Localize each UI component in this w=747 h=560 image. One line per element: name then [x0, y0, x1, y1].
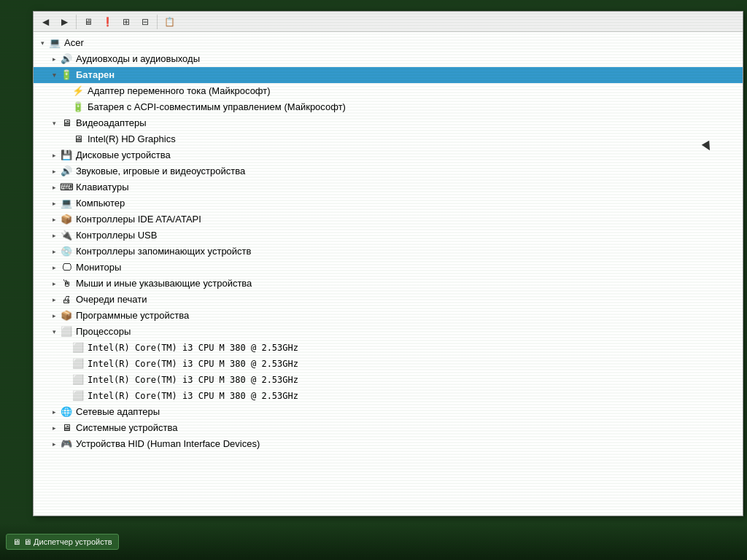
label-print-queues: Очереди печати	[76, 292, 743, 307]
tree-item-processors[interactable]: ⬜Процессоры	[34, 324, 743, 340]
label-battery-acpi: Батарея с ACPI-совместимым управлением (…	[88, 100, 743, 114]
tree-item-hid-devices[interactable]: 🎮Устройства HID (Human Interface Devices…	[34, 436, 743, 452]
tree-item-usb-controllers[interactable]: 🔌Контроллеры USB	[34, 228, 743, 244]
expander-hid-devices[interactable]	[48, 438, 60, 450]
icon-keyboards: ⌨	[60, 181, 73, 194]
icon-processors: ⬜	[60, 325, 73, 338]
tree-item-storage-controllers[interactable]: 💿Контроллеры запоминающих устройств	[34, 244, 743, 260]
tree-item-battery-adapter[interactable]: ⚡Адаптер переменного тока (Майкрософт)	[34, 83, 743, 99]
icon-battery-adapter: ⚡	[71, 85, 85, 98]
icon-monitors: 🖵	[60, 261, 73, 274]
label-monitors: Мониторы	[76, 260, 743, 275]
expander-cpu-1	[60, 358, 71, 370]
tree-item-sound-devices[interactable]: 🔊Звуковые, игровые и видеоустройства	[34, 163, 743, 179]
tree-item-cpu-2[interactable]: ⬜Intel(R) Core(TM) i3 CPU M 380 @ 2.53GH…	[34, 372, 743, 388]
label-keyboards: Клавиатуры	[76, 180, 743, 195]
label-mice: Мыши и иные указывающие устройства	[76, 276, 743, 291]
label-batteries: Батарен	[76, 68, 743, 82]
toolbar: ◀ ▶ 🖥 ❗ ⊞ ⊟ 📋	[34, 12, 743, 32]
icon-network-adapters: 🌐	[60, 405, 73, 419]
expander-audio-io[interactable]	[48, 53, 60, 65]
expander-storage-controllers[interactable]	[48, 246, 60, 257]
tree-item-system-devices[interactable]: 🖥Системные устройства	[34, 420, 743, 436]
expander-video-adapters[interactable]	[48, 117, 60, 129]
collapse-button[interactable]: ⊟	[136, 14, 154, 30]
expander-system-devices[interactable]	[48, 422, 60, 434]
expander-cpu-0	[60, 342, 71, 354]
tree-item-monitors[interactable]: 🖵Мониторы	[34, 260, 743, 276]
icon-audio-io: 🔊	[60, 52, 73, 66]
icon-storage-controllers: 💿	[60, 245, 73, 258]
tree-item-intel-hd[interactable]: 🖥Intel(R) HD Graphics	[34, 131, 743, 147]
icon-hid-devices: 🎮	[60, 438, 73, 451]
tree-item-cpu-1[interactable]: ⬜Intel(R) Core(TM) i3 CPU M 380 @ 2.53GH…	[34, 356, 743, 372]
forward-button[interactable]: ▶	[55, 14, 73, 30]
label-intel-hd: Intel(R) HD Graphics	[88, 132, 743, 147]
expander-monitors[interactable]	[48, 262, 60, 273]
icon-cpu-3: ⬜	[71, 389, 85, 402]
icon-cpu-1: ⬜	[71, 357, 85, 370]
tree-item-batteries[interactable]: 🔋Батарен	[34, 67, 743, 83]
back-button[interactable]: ◀	[36, 14, 54, 30]
expander-cpu-2	[60, 374, 71, 386]
label-network-adapters: Сетевые адаптеры	[76, 405, 743, 419]
label-usb-controllers: Контроллеры USB	[76, 228, 743, 243]
icon-print-queues: 🖨	[60, 293, 73, 306]
icon-cpu-0: ⬜	[71, 341, 85, 354]
expander-sound-devices[interactable]	[48, 166, 60, 177]
device-tree[interactable]: 💻Acer🔊Аудиовходы и аудиовыходы🔋Батарен⚡А…	[34, 32, 743, 516]
expander-print-queues[interactable]	[48, 294, 60, 306]
icon-software-devices: 📦	[60, 309, 73, 322]
expander-battery-adapter	[60, 85, 71, 97]
expander-software-devices[interactable]	[48, 310, 60, 322]
taskbar-window-button[interactable]: 🖥 🖥 Диспетчер устройств	[6, 534, 119, 550]
icon-ide-controllers: 📦	[60, 213, 73, 226]
tree-item-cpu-0[interactable]: ⬜Intel(R) Core(TM) i3 CPU M 380 @ 2.53GH…	[34, 340, 743, 356]
alert-button[interactable]: ❗	[98, 14, 116, 30]
label-software-devices: Программные устройства	[76, 308, 743, 323]
tree-item-video-adapters[interactable]: 🖥Видеоадаптеры	[34, 115, 743, 131]
tree-item-ide-controllers[interactable]: 📦Контроллеры IDE ATA/ATAPI	[34, 211, 743, 228]
expander-usb-controllers[interactable]	[48, 230, 60, 241]
separator-1	[76, 15, 77, 29]
taskbar-icon: 🖥	[12, 537, 20, 546]
label-cpu-1: Intel(R) Core(TM) i3 CPU M 380 @ 2.53GHz	[88, 357, 743, 371]
label-video-adapters: Видеоадаптеры	[76, 116, 743, 131]
tree-item-cpu-3[interactable]: ⬜Intel(R) Core(TM) i3 CPU M 380 @ 2.53GH…	[34, 388, 743, 404]
expander-ide-controllers[interactable]	[48, 214, 60, 225]
properties-button[interactable]: 📋	[160, 14, 178, 30]
expander-keyboards[interactable]	[48, 182, 60, 193]
tree-item-print-queues[interactable]: 🖨Очереди печати	[34, 292, 743, 308]
expander-processors[interactable]	[48, 326, 60, 338]
computer-icon-btn[interactable]: 🖥	[80, 14, 97, 30]
tree-item-keyboards[interactable]: ⌨Клавиатуры	[34, 179, 743, 195]
tree-item-mice[interactable]: 🖱Мыши и иные указывающие устройства	[34, 276, 743, 292]
tree-item-battery-acpi[interactable]: 🔋Батарея с ACPI-совместимым управлением …	[34, 99, 743, 115]
expander-network-adapters[interactable]	[48, 406, 60, 418]
label-system-devices: Системные устройства	[76, 421, 743, 435]
label-disk-devices: Дисковые устройства	[76, 148, 743, 163]
expander-battery-acpi	[60, 101, 71, 113]
label-audio-io: Аудиовходы и аудиовыходы	[76, 52, 743, 66]
tree-item-software-devices[interactable]: 📦Программные устройства	[34, 308, 743, 324]
expander-cpu-3	[60, 390, 71, 402]
tree-item-network-adapters[interactable]: 🌐Сетевые адаптеры	[34, 404, 743, 420]
expander-mice[interactable]	[48, 278, 60, 289]
expander-disk-devices[interactable]	[48, 149, 60, 161]
tree-item-acer[interactable]: 💻Acer	[34, 35, 743, 51]
expander-computer[interactable]	[48, 198, 60, 209]
expander-batteries[interactable]	[48, 69, 60, 81]
icon-usb-controllers: 🔌	[60, 229, 73, 242]
icon-batteries: 🔋	[60, 69, 73, 82]
icon-intel-hd: 🖥	[71, 133, 85, 146]
label-storage-controllers: Контроллеры запоминающих устройств	[76, 244, 743, 259]
label-hid-devices: Устройства HID (Human Interface Devices)	[76, 437, 743, 451]
tree-item-disk-devices[interactable]: 💾Дисковые устройства	[34, 147, 743, 163]
icon-computer: 💻	[60, 197, 73, 210]
icon-sound-devices: 🔊	[60, 165, 73, 178]
expander-acer[interactable]	[36, 37, 48, 49]
expand-button[interactable]: ⊞	[117, 14, 135, 30]
tree-item-audio-io[interactable]: 🔊Аудиовходы и аудиовыходы	[34, 51, 743, 67]
tree-item-computer[interactable]: 💻Компьютер	[34, 195, 743, 211]
icon-acer: 💻	[48, 36, 61, 50]
